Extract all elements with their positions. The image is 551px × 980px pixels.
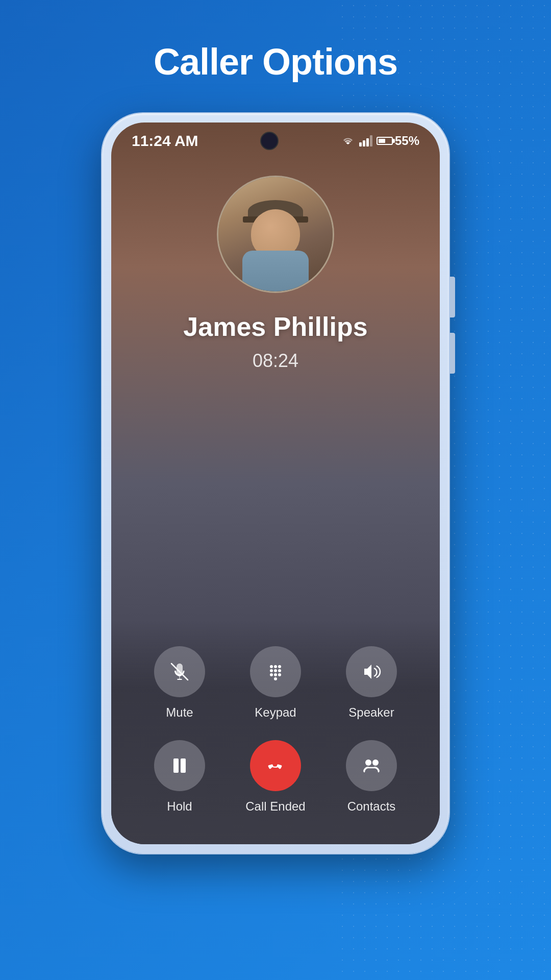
svg-point-7 xyxy=(270,673,273,676)
svg-point-8 xyxy=(274,673,277,676)
contacts-icon xyxy=(360,754,383,777)
battery-percent: 55% xyxy=(395,134,419,148)
pause-icon xyxy=(168,754,191,777)
call-content: James Phillips 08:24 Mute xyxy=(111,155,440,844)
mute-control[interactable]: Mute xyxy=(149,646,210,720)
hold-control[interactable]: Hold xyxy=(149,740,210,814)
svg-point-9 xyxy=(278,673,281,676)
keypad-control[interactable]: Keypad xyxy=(245,646,306,720)
call-ended-button[interactable] xyxy=(250,740,301,791)
caller-name: James Phillips xyxy=(183,311,367,342)
wifi-icon xyxy=(341,135,355,146)
status-icons: 55% xyxy=(341,134,419,148)
call-duration: 08:24 xyxy=(253,350,298,372)
contacts-label: Contacts xyxy=(347,799,396,814)
keypad-icon xyxy=(264,660,287,683)
svg-point-2 xyxy=(274,665,277,668)
battery-icon: 55% xyxy=(377,134,419,148)
call-end-icon xyxy=(264,754,287,777)
keypad-label: Keypad xyxy=(255,705,296,720)
phone-frame: 11:24 AM xyxy=(102,113,449,853)
svg-point-10 xyxy=(274,677,277,680)
call-ended-label: Call Ended xyxy=(245,799,305,814)
speaker-control[interactable]: Speaker xyxy=(341,646,402,720)
svg-point-4 xyxy=(270,669,273,672)
status-bar: 11:24 AM xyxy=(111,122,440,155)
speaker-label: Speaker xyxy=(348,705,394,720)
signal-icon xyxy=(359,135,372,146)
phone-screen: 11:24 AM xyxy=(111,122,440,844)
svg-point-14 xyxy=(372,760,379,766)
camera-cutout xyxy=(260,132,279,150)
keypad-button[interactable] xyxy=(250,646,301,697)
svg-rect-11 xyxy=(173,758,179,773)
contacts-button[interactable] xyxy=(346,740,397,791)
status-time: 11:24 AM xyxy=(132,132,198,150)
caller-avatar xyxy=(217,176,334,293)
controls-area: Mute xyxy=(111,621,440,844)
speaker-button[interactable] xyxy=(346,646,397,697)
svg-point-6 xyxy=(278,669,281,672)
mute-button[interactable] xyxy=(154,646,205,697)
page-title: Caller Options xyxy=(154,41,397,83)
svg-point-1 xyxy=(270,665,273,668)
contacts-control[interactable]: Contacts xyxy=(341,740,402,814)
controls-row-1: Mute xyxy=(132,646,419,720)
svg-point-3 xyxy=(278,665,281,668)
svg-point-5 xyxy=(274,669,277,672)
mute-label: Mute xyxy=(166,705,193,720)
call-ended-control[interactable]: Call Ended xyxy=(245,740,306,814)
hold-button[interactable] xyxy=(154,740,205,791)
svg-rect-12 xyxy=(181,758,186,773)
controls-row-2: Hold Call Ended xyxy=(132,740,419,814)
hold-label: Hold xyxy=(167,799,192,814)
svg-point-13 xyxy=(365,760,371,766)
mute-icon xyxy=(168,660,191,683)
speaker-icon xyxy=(360,660,383,683)
